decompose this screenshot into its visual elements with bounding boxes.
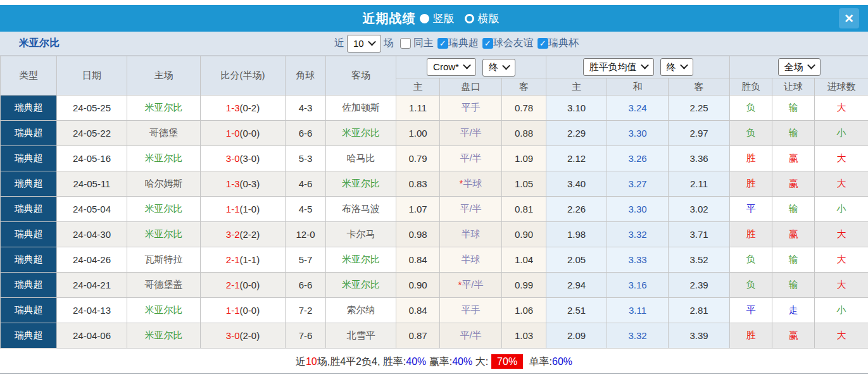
bookmaker-select-value: Crow* xyxy=(433,61,459,72)
date-cell: 24-04-30 xyxy=(57,222,127,247)
checkbox-swedish-cup-box[interactable]: ✓ xyxy=(538,38,548,49)
checkbox-swedish-super-box[interactable]: ✓ xyxy=(437,38,448,49)
checkbox-same-host-box[interactable] xyxy=(400,38,411,49)
goals-result-cell: 大 xyxy=(815,171,868,197)
result-cell: 胜 xyxy=(730,222,772,247)
bookmaker-select[interactable]: Crow* xyxy=(427,58,476,76)
col-header-result: 胜负 xyxy=(730,78,772,96)
checkbox-club-friendly[interactable]: ✓球会友谊 xyxy=(482,37,534,50)
handicap-result-cell: 输 xyxy=(772,197,815,222)
checkbox-swedish-cup-label: 瑞典杯 xyxy=(548,37,579,50)
avg-away-cell: 3.39 xyxy=(669,323,730,349)
match-count-select[interactable]: 10 xyxy=(347,35,381,53)
col-header-score: 比分(半场) xyxy=(201,56,286,96)
radio-vertical-layout[interactable] xyxy=(420,14,429,23)
home-team-cell: 哈尔姆斯 xyxy=(127,171,201,197)
odds-time-select[interactable]: 终 xyxy=(482,59,515,77)
odds-away-cell: 1.04 xyxy=(502,247,546,273)
away-team-cell: 索尔纳 xyxy=(326,298,396,323)
league-cell: 瑞典超 xyxy=(1,146,57,171)
handicap-text: 平/半 xyxy=(460,127,481,138)
halftime-score: (3-0) xyxy=(240,153,260,164)
date-cell: 24-04-13 xyxy=(57,298,127,323)
handicap-result-cell: 走 xyxy=(772,298,815,323)
league-cell: 瑞典超 xyxy=(1,323,57,349)
handicap-cell: 平/半 xyxy=(440,146,502,171)
avg-home-cell: 3.10 xyxy=(546,96,607,121)
odds-home-cell: 1.00 xyxy=(396,121,440,146)
avg-home-cell: 2.51 xyxy=(546,298,607,323)
scope-select[interactable]: 全场 xyxy=(778,58,821,76)
title-group: 近期战绩 竖版横版 xyxy=(363,10,506,27)
avg-away-cell: 3.36 xyxy=(669,146,730,171)
summary-segment: 赢率: xyxy=(426,356,452,367)
away-team-cell: 米亚尔比 xyxy=(326,171,396,197)
col-header-away: 客场 xyxy=(326,56,396,96)
handicap-cell: 平/半 xyxy=(440,197,502,222)
goals-result-cell: 大 xyxy=(815,323,868,349)
summary-segment: 单率: xyxy=(526,356,552,367)
avg-type-select[interactable]: 胜平负均值 xyxy=(583,58,654,76)
col-header-corners: 角球 xyxy=(286,56,326,96)
away-team-cell: 米亚尔比 xyxy=(326,247,396,273)
checkbox-same-host[interactable]: 同主 xyxy=(400,37,434,50)
handicap-cell: 半球 xyxy=(440,247,502,273)
date-cell: 24-05-04 xyxy=(57,197,127,222)
avg-away-cell: 2.39 xyxy=(669,273,730,298)
avg-draw-cell: 3.30 xyxy=(607,197,669,222)
result-cell: 胜 xyxy=(730,323,772,349)
avg-draw-cell: 3.24 xyxy=(607,96,669,121)
avg-type-select-value: 胜平负均值 xyxy=(589,61,637,73)
result-cell: 负 xyxy=(730,121,772,146)
handicap-text: 平/半 xyxy=(460,152,481,163)
fulltime-score: 1-3 xyxy=(226,178,240,189)
checkbox-swedish-cup[interactable]: ✓瑞典杯 xyxy=(538,37,579,50)
avg-home-cell: 3.40 xyxy=(546,171,607,197)
avg-home-cell: 2.29 xyxy=(546,121,607,146)
corners-cell: 4-5 xyxy=(286,197,326,222)
corners-cell: 4-3 xyxy=(286,96,326,121)
result-cell: 平 xyxy=(730,298,772,323)
corners-cell: 5-3 xyxy=(286,146,326,171)
summary-segment: 40% xyxy=(406,356,426,367)
league-cell: 瑞典超 xyxy=(1,298,57,323)
goals-result-cell: 大 xyxy=(815,247,868,273)
summary-segment: 场,胜4平2负4, 胜率: xyxy=(317,356,406,367)
date-cell: 24-05-11 xyxy=(57,171,127,197)
odds-away-cell: 0.88 xyxy=(502,121,546,146)
table-body: 瑞典超24-05-25米亚尔比1-3(0-2)4-3佐加顿斯1.11平手0.78… xyxy=(1,96,868,349)
radio-horizontal-layout[interactable] xyxy=(465,14,474,23)
date-cell: 24-05-25 xyxy=(57,96,127,121)
chevron-down-icon xyxy=(463,61,471,69)
checkbox-club-friendly-box[interactable]: ✓ xyxy=(482,38,493,49)
score-cell: 2-1(0-0) xyxy=(201,273,286,298)
corners-cell: 7-6 xyxy=(286,323,326,349)
odds-home-cell: 0.98 xyxy=(396,222,440,247)
result-cell: 胜 xyxy=(730,171,772,197)
checkbox-swedish-super[interactable]: ✓瑞典超 xyxy=(437,37,479,50)
fulltime-score: 3-2 xyxy=(226,229,240,240)
odds-away-cell: 1.03 xyxy=(502,323,546,349)
corners-cell: 4-6 xyxy=(286,171,326,197)
handicap-result-cell: 赢 xyxy=(772,323,815,349)
league-cell: 瑞典超 xyxy=(1,222,57,247)
away-team-cell: 佐加顿斯 xyxy=(326,96,396,121)
fulltime-score: 1-1 xyxy=(226,305,240,316)
halftime-score: (0-3) xyxy=(240,178,260,189)
odds-home-cell: 0.90 xyxy=(396,273,440,298)
score-cell: 2-1(1-1) xyxy=(201,247,286,273)
goals-result-cell: 小 xyxy=(815,298,868,323)
radio-horizontal-layout-label[interactable]: 横版 xyxy=(478,11,500,26)
avg-time-select[interactable]: 终 xyxy=(660,58,693,76)
avg-away-cell: 2.81 xyxy=(669,298,730,323)
table-row: 瑞典超24-05-25米亚尔比1-3(0-2)4-3佐加顿斯1.11平手0.78… xyxy=(1,96,868,121)
close-button[interactable]: × xyxy=(839,8,859,28)
goals-result-cell: 大 xyxy=(815,96,868,121)
radio-vertical-layout-label[interactable]: 竖版 xyxy=(433,11,455,26)
handicap-text: 平/半 xyxy=(460,203,481,214)
titlebar: 近期战绩 竖版横版 × xyxy=(0,5,868,32)
score-cell: 1-3(0-2) xyxy=(201,96,286,121)
results-table: 类型日期主场比分(半场)角球客场Crow*终胜平负均值终全场主盘口客主和客胜负让… xyxy=(0,56,868,349)
league-cell: 瑞典超 xyxy=(1,171,57,197)
handicap-text: 平/半 xyxy=(462,279,483,290)
